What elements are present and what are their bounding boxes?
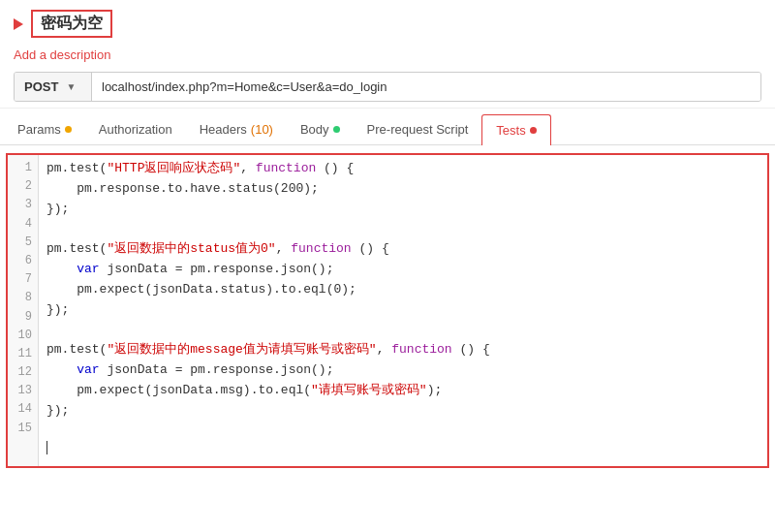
page-title: 密码为空: [31, 10, 112, 38]
params-dot: [65, 126, 72, 133]
add-description-link[interactable]: Add a description: [14, 47, 110, 62]
code-line-14: [46, 421, 760, 441]
tab-headers[interactable]: Headers (10): [186, 114, 287, 144]
tab-tests[interactable]: Tests: [481, 114, 550, 145]
code-line-10: pm.test("返回数据中的message值为请填写账号或密码", funct…: [46, 340, 760, 360]
code-line-4: [46, 219, 760, 239]
headers-count: (10): [251, 122, 273, 137]
code-line-7: pm.expect(jsonData.status).to.eql(0);: [46, 280, 760, 300]
collapse-icon[interactable]: [14, 18, 23, 30]
tab-params-label: Params: [17, 122, 61, 137]
code-line-2: pm.response.to.have.status(200);: [46, 179, 760, 200]
code-line-3: });: [46, 200, 760, 220]
code-content[interactable]: pm.test("HTTP返回响应状态码", function () { pm.…: [39, 155, 767, 466]
tabs-row: Params Authorization Headers (10) Body P…: [0, 114, 775, 145]
method-select[interactable]: POST ▼: [15, 73, 92, 101]
top-bar: 密码为空 Add a description POST ▼: [0, 0, 775, 109]
code-line-15: [46, 441, 760, 462]
method-label: POST: [24, 79, 58, 94]
code-line-6: var jsonData = pm.response.json();: [46, 260, 760, 280]
tab-body[interactable]: Body: [287, 114, 354, 144]
tab-authorization-label: Authorization: [99, 122, 172, 137]
code-line-11: var jsonData = pm.response.json();: [46, 360, 760, 381]
code-line-5: pm.test("返回数据中的status值为0", function () {: [46, 239, 760, 260]
code-line-12: pm.expect(jsonData.msg).to.eql("请填写账号或密码…: [46, 381, 760, 401]
tab-params[interactable]: Params: [4, 114, 85, 144]
url-input[interactable]: [92, 73, 760, 101]
tab-headers-label: Headers: [200, 122, 247, 137]
chevron-down-icon: ▼: [66, 81, 76, 92]
tests-dot: [530, 127, 537, 134]
code-line-8: });: [46, 300, 760, 321]
code-editor: 123456789101112131415 pm.test("HTTP返回响应状…: [6, 153, 769, 468]
tab-tests-label: Tests: [496, 123, 525, 138]
tab-pre-request-label: Pre-request Script: [367, 122, 469, 137]
code-line-1: pm.test("HTTP返回响应状态码", function () {: [46, 159, 760, 179]
tab-body-label: Body: [300, 122, 329, 137]
code-line-9: [46, 320, 760, 340]
title-row: 密码为空: [14, 10, 761, 38]
tab-authorization[interactable]: Authorization: [85, 114, 186, 144]
line-numbers: 123456789101112131415: [8, 155, 39, 466]
tab-pre-request[interactable]: Pre-request Script: [354, 114, 482, 144]
body-dot: [333, 126, 340, 133]
code-line-13: });: [46, 401, 760, 422]
text-cursor: [46, 441, 47, 454]
url-row: POST ▼: [14, 72, 761, 102]
